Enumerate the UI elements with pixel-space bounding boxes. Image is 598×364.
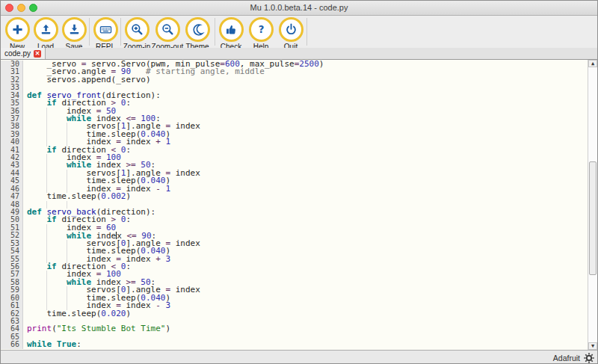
- code-text: print("Its Stumble Bot Time"): [23, 325, 588, 333]
- code-line-66: 66while True:: [1, 341, 588, 348]
- keyboard-icon: [93, 17, 118, 42]
- line-number: 61: [1, 302, 23, 309]
- line-number: 54: [1, 247, 23, 255]
- vertical-scrollbar[interactable]: ▲ ▼: [588, 60, 597, 350]
- line-number: 66: [1, 341, 23, 348]
- zoom-in-icon: [125, 17, 150, 42]
- code-lines: 30 _servo = servo.Servo(pwm, min_pulse=6…: [1, 61, 588, 349]
- tab-label: code.py: [4, 49, 31, 58]
- code-text: while True:: [23, 341, 588, 348]
- svg-text:?: ?: [258, 24, 264, 35]
- tab-code-py[interactable]: code.py ✕: [1, 48, 46, 59]
- download-icon: [62, 17, 87, 42]
- toolbar-separator: [89, 18, 90, 46]
- code-text: time.sleep(0.002): [23, 193, 588, 200]
- scroll-up-arrow-icon[interactable]: ▲: [588, 60, 597, 67]
- code-text: servos.append(_servo): [23, 76, 588, 84]
- toolbar-separator: [215, 18, 215, 46]
- moon-icon: [185, 17, 210, 42]
- tab-close-icon[interactable]: ✕: [34, 50, 41, 58]
- toolbar-separator: [306, 18, 307, 46]
- code-line-47: 47 time.sleep(0.002): [1, 193, 588, 200]
- toolbar-separator: [120, 18, 121, 46]
- power-icon: [279, 17, 303, 42]
- scroll-down-arrow-icon[interactable]: ▼: [588, 342, 597, 350]
- code-line-64: 64print("Its Stumble Bot Time"): [1, 325, 588, 333]
- code-line-32: 32 servos.append(_servo): [1, 76, 588, 84]
- code-text: [23, 333, 588, 341]
- board-mode-label: Adafruit: [553, 354, 580, 363]
- code-line-62: 62 time.sleep(0.020): [1, 310, 588, 318]
- code-line-65: 65: [1, 333, 588, 341]
- gear-icon[interactable]: [583, 352, 595, 364]
- scrollbar-thumb[interactable]: [589, 161, 597, 275]
- status-bar: Adafruit: [1, 350, 597, 364]
- code-editor[interactable]: 30 _servo = servo.Servo(pwm, min_pulse=6…: [1, 60, 597, 350]
- title-bar: Mu 1.0.0.beta.14 - code.py: [1, 1, 597, 16]
- mu-editor-window: Mu 1.0.0.beta.14 - code.py NewLoadSaveRE…: [0, 0, 598, 364]
- code-text: time.sleep(0.020): [23, 310, 588, 318]
- quit-button[interactable]: Quit: [270, 17, 312, 51]
- tab-bar: code.py ✕: [1, 48, 597, 60]
- line-number: 35: [1, 99, 23, 107]
- toolbar: NewLoadSaveREPLZoom-inZoom-outThemeCheck…: [1, 16, 597, 48]
- window-title: Mu 1.0.0.beta.14 - code.py: [1, 1, 597, 16]
